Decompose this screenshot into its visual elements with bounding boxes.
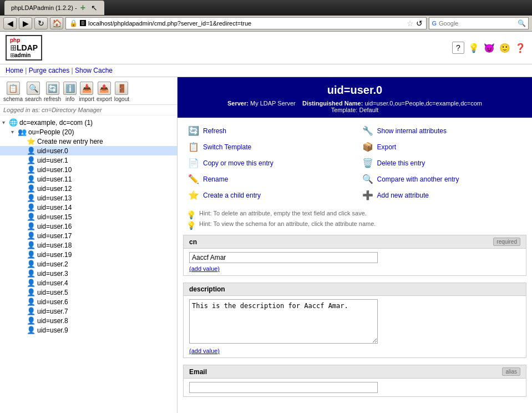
actions-area: 🔄 Refresh 🔧 Show internal attributes 📋 S… xyxy=(178,118,532,208)
attr-body-description: (add value) xyxy=(184,296,526,357)
google-search-input[interactable] xyxy=(439,20,515,27)
attr-header-cn: cn required xyxy=(184,235,526,249)
tree-item-uid-user15[interactable]: 👤 uid=user.15 xyxy=(0,212,177,221)
attr-textarea-description[interactable] xyxy=(189,299,378,344)
attr-badge-cn: required xyxy=(493,238,520,246)
refresh-icon[interactable]: ↺ xyxy=(416,19,423,28)
sidebar-tool-import[interactable]: 📥 import xyxy=(79,82,94,102)
tree-toggle-uid-user16 xyxy=(20,223,27,229)
nav-home[interactable]: Home xyxy=(6,67,23,74)
tree-item-uid-user17[interactable]: 👤 uid=user.17 xyxy=(0,231,177,240)
action-switch-template[interactable]: 📋 Switch Template xyxy=(186,139,349,154)
tree-item-uid-user10[interactable]: 👤 uid=user.10 xyxy=(0,165,177,174)
nav-show-cache[interactable]: Show Cache xyxy=(75,67,113,74)
back-button[interactable]: ◀ xyxy=(3,17,17,29)
tree-label-uid-user16: uid=user.16 xyxy=(37,223,72,230)
action-compare[interactable]: 🔍 Compare with another entry xyxy=(361,172,524,187)
action-show-internal[interactable]: 🔧 Show internal attributes xyxy=(361,123,524,138)
tree-toggle-ou-people[interactable]: ▾ xyxy=(11,129,18,135)
tree-icon-uid-user9: 👤 xyxy=(27,326,36,334)
action-rename[interactable]: ✏️ Rename xyxy=(186,172,349,187)
tree-item-uid-user12[interactable]: 👤 uid=user.12 xyxy=(0,184,177,193)
hint-0: 💡 Hint: To delete an attribute, empty th… xyxy=(186,209,523,220)
action-export[interactable]: 📦 Export xyxy=(361,139,524,154)
browser-tab[interactable]: phpLDAPadmin (1.2.2) - + ↖ xyxy=(4,1,104,15)
tree-item-uid-user9[interactable]: 👤 uid=user.9 xyxy=(0,325,177,335)
search-submit-icon[interactable]: 🔍 xyxy=(518,19,526,27)
logout-icon: 🚪 xyxy=(115,82,128,95)
sidebar-tool-schema[interactable]: 📋 schema xyxy=(3,82,23,102)
tree-icon-uid-user12: 👤 xyxy=(27,184,36,193)
tree-toggle-uid-user7 xyxy=(20,308,27,314)
action-label-add-attribute: Add new attribute xyxy=(377,192,429,199)
action-create-child[interactable]: ⭐ Create a child entry xyxy=(186,188,349,203)
tree-item-uid-user1[interactable]: 👤 uid=user.1 xyxy=(0,155,177,165)
tree-label-dc-example: dc=example, dc=com (1) xyxy=(19,119,93,127)
tree-item-uid-user14[interactable]: 👤 uid=user.14 xyxy=(0,203,177,212)
tree-toggle-uid-user17 xyxy=(20,233,27,239)
devil-face-icon[interactable]: 😈 xyxy=(483,42,495,54)
attr-add-value-description[interactable]: (add value) xyxy=(189,347,520,354)
main-layout: 📋 schema 🔍 search 🔄 refresh ℹ️ info 📥 im… xyxy=(0,77,532,413)
question-icon[interactable]: ❓ xyxy=(514,42,526,54)
tree-label-uid-user6: uid=user.6 xyxy=(37,298,68,306)
tree-item-create-new[interactable]: ⭐ Create new entry here xyxy=(0,137,177,146)
lightbulb-icon[interactable]: 💡 xyxy=(468,42,480,54)
sidebar-tool-export[interactable]: 📤 export xyxy=(97,82,112,102)
tree-item-uid-user13[interactable]: 👤 uid=user.13 xyxy=(0,193,177,203)
sidebar-tool-refresh[interactable]: 🔄 refresh xyxy=(44,82,61,102)
smiley-icon[interactable]: 🙂 xyxy=(499,42,511,54)
tree-item-uid-user2[interactable]: 👤 uid=user.2 xyxy=(0,259,177,269)
action-label-copy-move: Copy or move this entry xyxy=(203,159,273,167)
tree-item-uid-user6[interactable]: 👤 uid=user.6 xyxy=(0,297,177,306)
sidebar-tool-label-import: import xyxy=(79,96,94,102)
tree-toggle-uid-user1 xyxy=(20,157,27,163)
attr-add-value-cn[interactable]: (add value) xyxy=(189,265,520,272)
tree-label-uid-user1: uid=user.1 xyxy=(37,157,68,164)
tree-item-uid-user3[interactable]: 👤 uid=user.3 xyxy=(0,269,177,278)
tree-item-uid-user11[interactable]: 👤 uid=user.11 xyxy=(0,174,177,184)
action-add-attribute[interactable]: ➕ Add new attribute xyxy=(361,188,524,203)
sidebar-tool-info[interactable]: ℹ️ info xyxy=(63,82,77,102)
url-input[interactable] xyxy=(88,20,404,27)
tree-toggle-uid-user3 xyxy=(20,270,27,276)
action-icon-copy-move: 📄 xyxy=(188,158,200,168)
tree-toggle-uid-user19 xyxy=(20,251,27,258)
attr-input-email[interactable] xyxy=(189,382,378,393)
google-logo-icon: G xyxy=(432,20,437,27)
tree-label-uid-user15: uid=user.15 xyxy=(37,213,72,221)
tree: ▾ 🌐 dc=example, dc=com (1) ▾ 👥 ou=People… xyxy=(0,115,177,337)
action-delete[interactable]: 🗑️ Delete this entry xyxy=(361,155,524,170)
tree-item-uid-user5[interactable]: 👤 uid=user.5 xyxy=(0,288,177,297)
tree-item-uid-user16[interactable]: 👤 uid=user.16 xyxy=(0,221,177,231)
new-tab-button[interactable]: + xyxy=(80,3,85,13)
sidebar-tool-label-refresh: refresh xyxy=(44,96,61,102)
action-label-show-internal: Show internal attributes xyxy=(377,127,447,135)
nav-purge-caches[interactable]: Purge caches xyxy=(29,67,69,74)
tree-item-uid-user19[interactable]: 👤 uid=user.19 xyxy=(0,250,177,259)
tree-item-uid-user0[interactable]: 👤 uid=user.0 xyxy=(0,146,177,155)
tree-item-uid-user18[interactable]: 👤 uid=user.18 xyxy=(0,240,177,250)
sidebar-tool-logout[interactable]: 🚪 logout xyxy=(114,82,129,102)
tree-label-ou-people: ou=People (20) xyxy=(28,128,74,136)
tree-item-dc-example[interactable]: ▾ 🌐 dc=example, dc=com (1) xyxy=(0,118,177,127)
tree-item-uid-user8[interactable]: 👤 uid=user.8 xyxy=(0,316,177,325)
reload-button[interactable]: ↻ xyxy=(34,17,48,29)
sidebar-tool-search[interactable]: 🔍 search xyxy=(25,82,42,102)
tree-icon-uid-user6: 👤 xyxy=(27,298,36,306)
attr-input-cn[interactable] xyxy=(189,252,378,263)
action-refresh[interactable]: 🔄 Refresh xyxy=(186,123,349,138)
tree-item-ou-people[interactable]: ▾ 👥 ou=People (20) xyxy=(0,127,177,137)
forward-button[interactable]: ▶ xyxy=(19,17,32,29)
tree-toggle-dc-example[interactable]: ▾ xyxy=(2,119,9,125)
action-copy-move[interactable]: 📄 Copy or move this entry xyxy=(186,155,349,170)
help-icon[interactable]: ? xyxy=(452,42,464,54)
tree-item-uid-user7[interactable]: 👤 uid=user.7 xyxy=(0,306,177,316)
home-button[interactable]: 🏠 xyxy=(50,17,63,29)
action-icon-switch-template: 📋 xyxy=(188,142,200,152)
bookmark-star-icon[interactable]: ☆ xyxy=(407,19,414,28)
tree-item-uid-user4[interactable]: 👤 uid=user.4 xyxy=(0,278,177,288)
tree-toggle-uid-user15 xyxy=(20,214,27,220)
tree-icon-uid-user5: 👤 xyxy=(27,288,36,296)
tree-icon-uid-user15: 👤 xyxy=(27,213,36,221)
